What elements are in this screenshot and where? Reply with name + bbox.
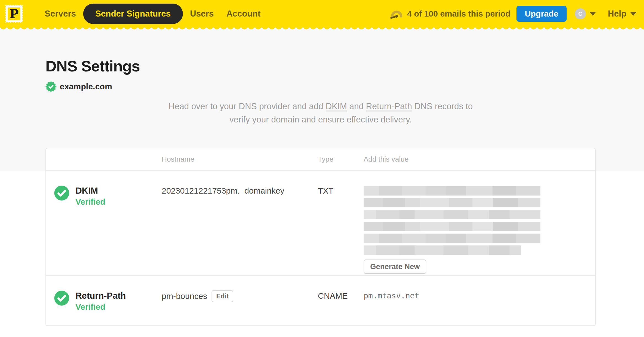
redacted-dkim-value bbox=[364, 186, 540, 255]
nav-item-servers[interactable]: Servers bbox=[39, 4, 82, 24]
return-path-link[interactable]: Return-Path bbox=[366, 101, 412, 111]
verified-check-icon bbox=[54, 186, 69, 200]
svg-text:P: P bbox=[9, 7, 18, 21]
topbar-right-group: 4 of 100 emails this period Upgrade C He… bbox=[390, 6, 636, 22]
record-value: pm.mtasv.net bbox=[364, 276, 595, 325]
nav-item-sender-signatures[interactable]: Sender Signatures bbox=[83, 4, 183, 24]
redacted-line bbox=[364, 245, 521, 255]
chevron-down-icon bbox=[590, 12, 596, 16]
dkim-link[interactable]: DKIM bbox=[326, 101, 347, 111]
account-menu[interactable]: C bbox=[575, 8, 596, 19]
redacted-line bbox=[364, 186, 540, 196]
column-header-hostname: Hostname bbox=[162, 155, 318, 164]
redacted-line bbox=[364, 234, 540, 243]
table-row-return-path: Return-Path Verified pm-bounces Edit CNA… bbox=[46, 276, 595, 325]
record-hostname-cell: pm-bounces Edit bbox=[162, 276, 318, 325]
table-row-dkim: DKIM Verified 20230121221753pm._domainke… bbox=[46, 171, 595, 276]
record-hostname: 20230121221753pm._domainkey bbox=[162, 171, 318, 275]
generate-new-button[interactable]: Generate New bbox=[364, 260, 426, 274]
top-navbar: P Servers Sender Signatures Users Accoun… bbox=[0, 0, 644, 28]
redacted-line bbox=[364, 210, 540, 219]
redacted-line bbox=[364, 222, 540, 231]
nav-item-users[interactable]: Users bbox=[185, 4, 219, 24]
record-name: DKIM bbox=[75, 186, 105, 196]
column-header-type: Type bbox=[318, 155, 364, 164]
nav-item-account[interactable]: Account bbox=[221, 4, 266, 24]
avatar: C bbox=[575, 8, 586, 19]
table-header-row: Hostname Type Add this value bbox=[46, 148, 595, 171]
verified-domain: example.com bbox=[45, 81, 596, 92]
record-value-cell: Generate New bbox=[364, 171, 595, 275]
verified-seal-icon bbox=[45, 81, 56, 92]
verified-check-icon bbox=[54, 291, 69, 306]
record-type: TXT bbox=[318, 171, 364, 275]
record-name-cell: DKIM Verified bbox=[46, 171, 162, 275]
usage-counter: 4 of 100 emails this period bbox=[407, 9, 510, 18]
intro-text: Head over to your DNS provider and add D… bbox=[139, 100, 502, 126]
status-badge: Verified bbox=[75, 197, 105, 207]
chevron-down-icon bbox=[630, 12, 636, 16]
page-title: DNS Settings bbox=[45, 57, 596, 75]
domain-name: example.com bbox=[60, 82, 112, 91]
record-hostname: pm-bounces bbox=[162, 291, 207, 301]
postmark-logo-icon[interactable]: P bbox=[3, 3, 25, 25]
primary-nav: Servers Sender Signatures Users Account bbox=[39, 4, 266, 24]
edit-button[interactable]: Edit bbox=[212, 290, 233, 302]
dns-records-table: Hostname Type Add this value DKIM Verifi… bbox=[45, 148, 596, 326]
record-type: CNAME bbox=[318, 276, 364, 325]
help-menu[interactable]: Help bbox=[608, 9, 636, 19]
record-name: Return-Path bbox=[75, 291, 126, 301]
upgrade-button[interactable]: Upgrade bbox=[516, 6, 567, 22]
redacted-line bbox=[364, 198, 540, 207]
column-header-value: Add this value bbox=[364, 155, 595, 164]
record-name-cell: Return-Path Verified bbox=[46, 276, 162, 325]
usage-gauge-icon bbox=[390, 9, 403, 19]
status-badge: Verified bbox=[75, 302, 126, 312]
